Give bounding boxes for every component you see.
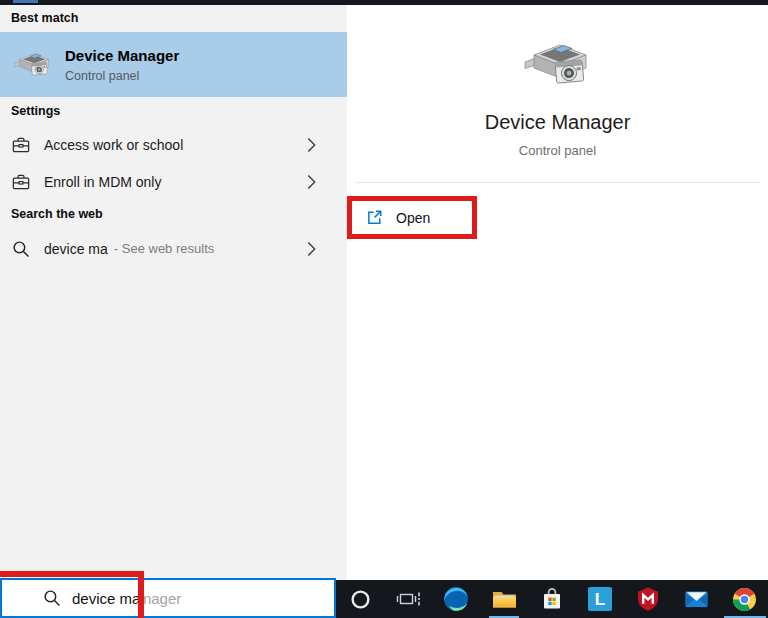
mcafee-shield-icon: [636, 586, 660, 612]
settings-item-label: Access work or school: [44, 137, 183, 153]
search-input-text: device ma nager: [72, 589, 181, 608]
preview-subtitle: Control panel: [347, 143, 768, 158]
l-app-letter: L: [595, 590, 605, 609]
result-subtitle: Control panel: [65, 69, 179, 84]
web-search-item[interactable]: device ma - See web results: [0, 231, 347, 266]
chevron-right-icon[interactable]: [307, 241, 316, 256]
edge-button[interactable]: [432, 580, 480, 618]
l-app-button[interactable]: L: [576, 580, 624, 618]
search-icon: [12, 240, 30, 258]
device-manager-icon-large: [524, 35, 592, 95]
edge-icon: [443, 586, 469, 612]
task-view-icon: [395, 588, 422, 611]
device-manager-icon: [14, 48, 52, 82]
open-external-icon: [366, 209, 383, 226]
cortana-icon: [349, 588, 372, 611]
l-app-icon: L: [588, 587, 612, 611]
open-button-label: Open: [396, 210, 430, 226]
taskbar: L: [336, 580, 768, 618]
preview-title: Device Manager: [347, 111, 768, 134]
top-edge-accent: [13, 0, 38, 3]
autocomplete-suggestion: nager: [143, 590, 181, 607]
chevron-right-icon[interactable]: [307, 174, 316, 189]
briefcase-icon: [12, 136, 30, 154]
search-results-panel: Best match Device Manager Control panel …: [0, 5, 347, 580]
best-match-result-device-manager[interactable]: Device Manager Control panel: [0, 32, 347, 97]
settings-item-enroll-in-mdm-only[interactable]: Enroll in MDM only: [0, 164, 347, 199]
search-icon: [43, 589, 61, 607]
task-view-button[interactable]: [384, 580, 432, 618]
taskbar-search-input[interactable]: device ma nager: [0, 578, 336, 618]
section-header-settings: Settings: [11, 104, 60, 118]
section-header-search-the-web: Search the web: [11, 207, 103, 221]
briefcase-icon: [12, 173, 30, 191]
open-button[interactable]: Open: [352, 209, 430, 226]
mail-icon: [683, 588, 710, 610]
settings-item-access-work-or-school[interactable]: Access work or school: [0, 127, 347, 162]
separator: [355, 182, 760, 183]
microsoft-store-button[interactable]: [528, 580, 576, 618]
web-search-suffix: - See web results: [114, 241, 214, 256]
windows-search-flyout: Best match Device Manager Control panel …: [0, 0, 768, 618]
mcafee-button[interactable]: [624, 580, 672, 618]
file-explorer-icon: [491, 588, 518, 610]
chevron-right-icon[interactable]: [307, 137, 316, 152]
section-header-best-match: Best match: [11, 11, 78, 25]
chrome-button[interactable]: [720, 580, 768, 618]
cortana-button[interactable]: [336, 580, 384, 618]
annotation-box-open: Open: [347, 196, 477, 239]
best-match-text: Device Manager Control panel: [65, 46, 179, 84]
file-explorer-button[interactable]: [480, 580, 528, 618]
result-preview-panel: Device Manager Control panel: [347, 5, 768, 580]
chrome-icon: [732, 587, 757, 612]
typed-query: device ma: [72, 590, 140, 607]
settings-item-label: Enroll in MDM only: [44, 174, 161, 190]
web-search-query: device ma: [44, 241, 108, 257]
microsoft-store-icon: [540, 586, 564, 612]
mail-button[interactable]: [672, 580, 720, 618]
result-title: Device Manager: [65, 46, 179, 65]
